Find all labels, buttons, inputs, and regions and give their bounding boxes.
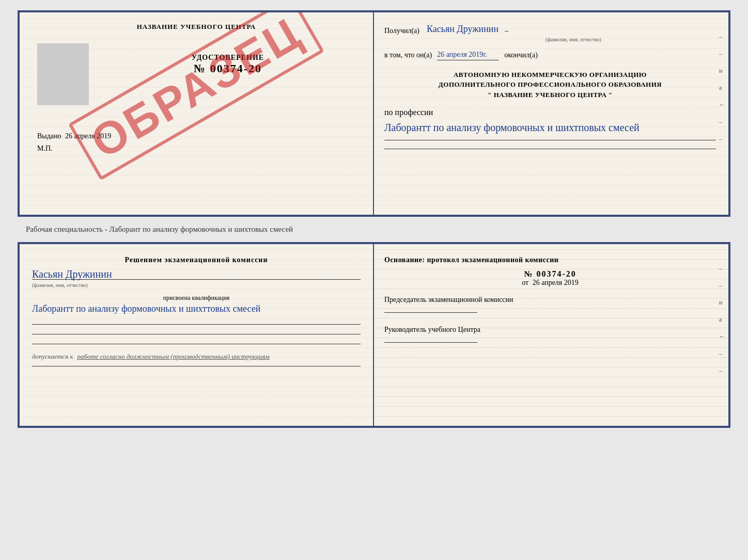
top-doc-left: НАЗВАНИЕ УЧЕБНОГО ЦЕНТРА УДОСТОВЕРЕНИЕ №…: [20, 12, 374, 215]
name-caption: (фамилия, имя, отчество): [32, 282, 88, 288]
qualification-block: присвоена квалификация Лаборантт по анал…: [32, 294, 361, 316]
profession-label: по профессии: [384, 108, 433, 117]
допуск-label: допускается к: [32, 353, 73, 360]
name-underline: [32, 279, 361, 280]
lines-block: [32, 324, 361, 344]
cert-photo: [37, 43, 89, 105]
basis-label: Основание: протокол экзаменационной коми…: [384, 254, 716, 265]
date-value: 26 апреля 2019г.: [437, 50, 499, 60]
director-block: Руководитель учебного Центра: [384, 324, 716, 346]
protocol-date: от 26 апреля 2019: [384, 279, 716, 287]
top-document: НАЗВАНИЕ УЧЕБНОГО ЦЕНТРА УДОСТОВЕРЕНИЕ №…: [18, 10, 730, 217]
cert-mp: М.П.: [32, 145, 53, 153]
bottom-document: Решением экзаменационной комиссии Касьян…: [18, 242, 730, 428]
cert-issued-label: Выдано: [37, 132, 61, 140]
org-line3: " НАЗВАНИЕ УЧЕБНОГО ЦЕНТРА ": [384, 90, 716, 100]
director-label: Руководитель учебного Центра: [384, 324, 716, 335]
cert-number: № 00374-20: [194, 62, 262, 75]
person-name-block: Касьян Дружинин (фамилия, имя, отчество): [32, 268, 361, 289]
chairman-signature: [384, 312, 477, 313]
допуск-text: работе согласно должностным (производств…: [77, 353, 270, 360]
top-doc-right: Получил(а) Касьян Дружинин – (фамилия, и…: [374, 12, 728, 215]
right-side-chars-bottom: – – и а ← – –: [719, 265, 725, 375]
director-signature: [384, 342, 477, 343]
org-line1: АВТОНОМНУЮ НЕКОММЕРЧЕСКУЮ ОРГАНИЗАЦИЮ: [384, 70, 716, 80]
date-label: в том, что он(а): [384, 50, 432, 60]
cert-issued-line: Выдано 26 апреля 2019: [32, 132, 111, 140]
profession-block: по профессии Лаборантт по анализу формов…: [384, 108, 716, 149]
name-subtitle-top: (фамилия, имя, отчество): [431, 37, 716, 42]
protocol-number: № 00374-20: [384, 269, 716, 279]
org-line2: ДОПОЛНИТЕЛЬНОГО ПРОФЕССИОНАЛЬНОГО ОБРАЗО…: [384, 79, 716, 90]
chairman-label: Председатель экзаменационной комиссии: [384, 294, 716, 305]
cert-issued-date: 26 апреля 2019: [65, 132, 111, 140]
commission-title: Решением экзаменационной комиссии: [32, 254, 361, 265]
qual-label: присвоена квалификация: [32, 294, 361, 302]
cert-school-title: НАЗВАНИЕ УЧЕБНОГО ЦЕНТРА: [137, 23, 256, 31]
profession-value: Лаборантт по анализу формовочных и шихтп…: [384, 122, 640, 133]
received-name: Касьян Дружинин: [427, 23, 498, 36]
completed-label: окончил(а): [504, 50, 538, 60]
cert-label: УДОСТОВЕРЕНИЕ: [192, 54, 264, 62]
received-label: Получил(а): [384, 26, 419, 36]
date-prefix: от: [522, 279, 528, 286]
bottom-doc-right: Основание: протокол экзаменационной коми…: [374, 244, 728, 426]
working-specialty-caption: Рабочая специальность - Лаборант по анал…: [15, 225, 293, 234]
right-side-chars: – – и а ← – –: [719, 33, 725, 143]
date-line: в том, что он(а) 26 апреля 2019г. окончи…: [384, 50, 716, 60]
допуск-block: допускается к работе согласно должностны…: [32, 351, 361, 361]
org-block: АВТОНОМНУЮ НЕКОММЕРЧЕСКУЮ ОРГАНИЗАЦИЮ ДО…: [384, 70, 716, 100]
qual-value: Лаборантт по анализу формовочных и шихтт…: [32, 302, 361, 316]
person-name: Касьян Дружинин: [32, 268, 361, 280]
bottom-doc-left: Решением экзаменационной комиссии Касьян…: [20, 244, 374, 426]
received-line: Получил(а) Касьян Дружинин –: [384, 23, 716, 36]
protocol-date-value: 26 апреля 2019: [533, 279, 579, 286]
chairman-block: Председатель экзаменационной комиссии: [384, 294, 716, 316]
